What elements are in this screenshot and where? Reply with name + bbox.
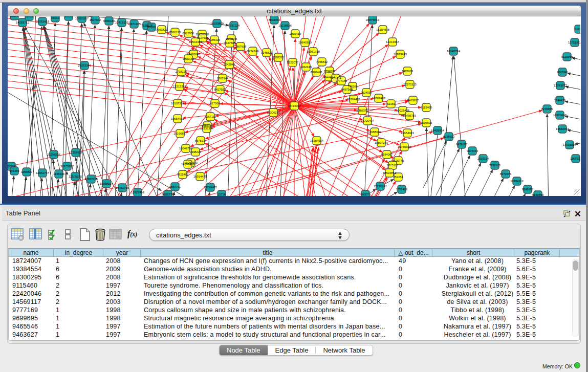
svg-text:6466160: 6466160: [103, 19, 115, 23]
svg-text:14055712: 14055712: [16, 21, 29, 24]
svg-text:2810419: 2810419: [290, 32, 301, 35]
svg-text:3267110: 3267110: [205, 115, 216, 118]
svg-text:9245652: 9245652: [522, 188, 534, 191]
svg-text:98577: 98577: [361, 193, 369, 196]
svg-text:10107552: 10107552: [171, 102, 184, 105]
svg-text:8471676: 8471676: [500, 172, 512, 176]
svg-text:8912956: 8912956: [183, 32, 194, 35]
svg-text:19654923: 19654923: [401, 132, 414, 135]
svg-text:12923448: 12923448: [131, 191, 144, 194]
svg-text:9885779: 9885779: [162, 193, 174, 196]
svg-text:8454749: 8454749: [247, 50, 259, 53]
svg-text:9242845: 9242845: [224, 63, 235, 66]
svg-text:1156829: 1156829: [21, 170, 32, 173]
svg-text:9227342: 9227342: [557, 71, 569, 74]
svg-text:10654112: 10654112: [510, 180, 523, 183]
svg-text:9146821: 9146821: [261, 51, 273, 54]
svg-text:16154638: 16154638: [376, 28, 389, 31]
svg-text:10973493: 10973493: [394, 53, 407, 56]
svg-text:7386372: 7386372: [357, 109, 368, 112]
svg-text:20553: 20553: [10, 16, 18, 17]
svg-text:1835061: 1835061: [8, 165, 17, 168]
svg-text:9184067: 9184067: [381, 153, 393, 156]
svg-text:1244419: 1244419: [554, 99, 566, 102]
svg-text:1167531: 1167531: [570, 157, 580, 160]
svg-text:19166827: 19166827: [173, 132, 187, 135]
svg-text:7663822: 7663822: [156, 28, 168, 31]
svg-text:12942737: 12942737: [36, 171, 49, 174]
svg-text:20206536: 20206536: [47, 153, 60, 156]
svg-text:15716: 15716: [217, 193, 226, 196]
svg-text:6497568: 6497568: [341, 88, 353, 91]
svg-text:252254: 252254: [393, 176, 403, 179]
svg-text:16782759: 16782759: [116, 186, 129, 189]
svg-text:6120746: 6120746: [393, 159, 404, 162]
svg-text:10653: 10653: [64, 16, 73, 18]
svg-text:16033809: 16033809: [210, 22, 224, 25]
svg-text:2867608: 2867608: [235, 45, 247, 48]
svg-text:8427552: 8427552: [214, 88, 226, 91]
svg-text:6479197: 6479197: [456, 143, 468, 146]
svg-text:10688609: 10688609: [368, 130, 381, 134]
svg-text:9699695: 9699695: [421, 121, 432, 124]
svg-text:7357224: 7357224: [228, 24, 240, 27]
svg-text:1753426: 1753426: [396, 188, 408, 191]
svg-text:19654912: 19654912: [171, 117, 184, 120]
svg-text:8938923: 8938923: [443, 135, 455, 138]
svg-text:3624554: 3624554: [361, 91, 373, 94]
svg-text:18807249: 18807249: [375, 141, 388, 144]
svg-text:9857791: 9857791: [169, 185, 181, 188]
svg-text:20876812: 20876812: [366, 18, 379, 21]
svg-text:1145194: 1145194: [53, 172, 65, 176]
svg-text:9327505: 9327505: [197, 36, 209, 39]
svg-text:16671355: 16671355: [127, 23, 141, 26]
svg-text:8678334: 8678334: [195, 139, 207, 142]
svg-text:8186326: 8186326: [209, 38, 221, 41]
svg-text:19384554: 19384554: [310, 139, 324, 142]
svg-text:12975115: 12975115: [403, 83, 416, 86]
svg-text:1545546: 1545546: [226, 37, 237, 40]
svg-text:9890161: 9890161: [183, 57, 194, 60]
svg-text:8215955: 8215955: [541, 107, 553, 111]
svg-text:20911: 20911: [25, 16, 33, 18]
svg-text:8660123: 8660123: [169, 31, 181, 34]
svg-text:18724007: 18724007: [288, 104, 301, 107]
svg-text:11126: 11126: [575, 28, 580, 31]
svg-text:9463627: 9463627: [407, 99, 419, 102]
svg-text:10807487: 10807487: [372, 97, 385, 100]
svg-text:9777169: 9777169: [336, 79, 347, 82]
svg-text:30975867: 30975867: [60, 165, 74, 168]
svg-text:8813054: 8813054: [269, 18, 280, 21]
svg-text:2718126: 2718126: [176, 70, 187, 73]
svg-text:417004: 417004: [210, 102, 220, 105]
svg-text:15136141: 15136141: [374, 185, 387, 188]
svg-text:85526: 85526: [147, 26, 156, 29]
svg-text:29053346: 29053346: [78, 64, 91, 67]
svg-text:16961758: 16961758: [307, 50, 320, 53]
svg-text:16914479: 16914479: [193, 175, 207, 178]
svg-text:9146899: 9146899: [532, 193, 544, 196]
svg-text:9115460: 9115460: [421, 106, 432, 109]
svg-text:10046756: 10046756: [179, 147, 192, 150]
svg-text:15751074: 15751074: [568, 41, 580, 44]
svg-text:14099489: 14099489: [181, 163, 194, 166]
svg-text:18640910: 18640910: [298, 41, 312, 44]
svg-text:9327508: 9327508: [224, 41, 236, 45]
svg-text:7632621: 7632621: [489, 164, 501, 167]
svg-text:16033: 16033: [51, 16, 59, 19]
svg-text:17957225: 17957225: [84, 178, 98, 181]
svg-text:16409954: 16409954: [431, 129, 445, 132]
svg-text:1588520: 1588520: [273, 56, 285, 59]
svg-text:15226058: 15226058: [195, 33, 209, 36]
svg-text:10543382: 10543382: [189, 40, 202, 43]
svg-text:391359: 391359: [9, 169, 19, 172]
svg-text:15300275: 15300275: [267, 111, 280, 114]
svg-text:15716485: 15716485: [204, 186, 217, 189]
svg-text:19218506: 19218506: [278, 24, 292, 27]
svg-text:17359928: 17359928: [69, 151, 82, 154]
svg-text:19692971: 19692971: [556, 127, 569, 130]
svg-text:9474444: 9474444: [467, 149, 478, 152]
svg-text:18524851: 18524851: [383, 171, 396, 174]
svg-text:16648764: 16648764: [447, 50, 461, 53]
svg-text:12505135: 12505135: [69, 175, 82, 178]
